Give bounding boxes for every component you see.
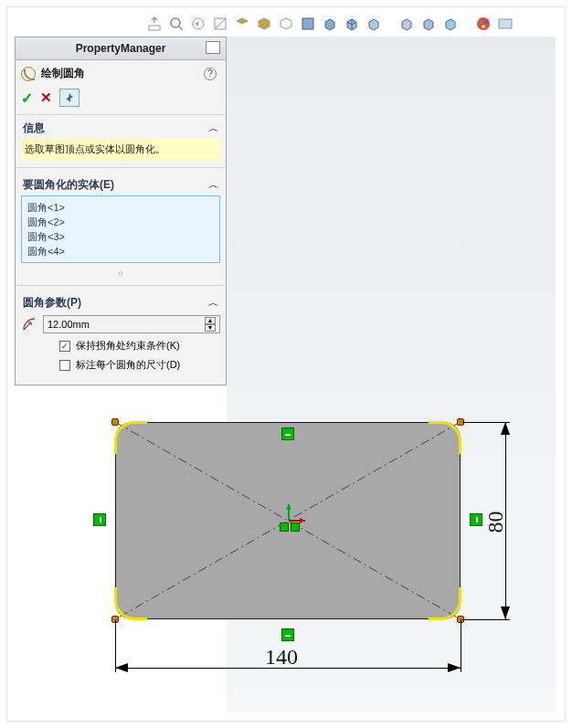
entities-selection-box[interactable]: 圆角<1> 圆角<2> 圆角<3> 圆角<4> (21, 195, 220, 263)
appearance-icon[interactable] (475, 16, 492, 32)
info-section-header[interactable]: 信息 ︿ (16, 115, 226, 139)
ext-line (461, 619, 461, 672)
sketch-rectangle[interactable] (115, 422, 461, 619)
cube3-icon[interactable] (344, 16, 360, 32)
cube5-icon[interactable] (398, 16, 415, 32)
params-header-label: 圆角参数(P) (23, 295, 81, 311)
horizontal-constraint-icon[interactable] (281, 427, 294, 440)
sketch-origin-triad[interactable] (270, 502, 307, 539)
vertical-constraint-icon[interactable] (470, 513, 482, 526)
pushpin-button[interactable] (59, 89, 79, 107)
zoom-area-icon[interactable] (168, 16, 185, 32)
coincident-constraint-icon[interactable] (280, 522, 289, 532)
svg-rect-3 (302, 18, 313, 29)
svg-rect-8 (499, 19, 512, 28)
keep-constraints-label: 保持拐角处约束条件(K) (76, 339, 180, 353)
ext-line (115, 619, 116, 672)
ext-line (462, 422, 510, 423)
entity-item[interactable]: 圆角<3> (27, 229, 214, 244)
info-header-label: 信息 (23, 121, 45, 136)
dim-each-label: 标注每个圆角的尺寸(D) (76, 358, 180, 372)
radius-spinner[interactable]: ▲▼ (205, 317, 216, 332)
dim-each-row[interactable]: 标注每个圆角的尺寸(D) (16, 354, 226, 385)
radius-icon (21, 316, 37, 332)
cube6-icon[interactable] (420, 16, 437, 32)
svg-point-5 (479, 20, 482, 24)
radius-value: 12.00mm (48, 319, 90, 330)
zoom-fit-icon[interactable] (146, 16, 163, 32)
svg-marker-12 (300, 518, 305, 523)
entity-item[interactable]: 圆角<4> (27, 244, 214, 258)
cube7-icon[interactable] (442, 16, 459, 32)
hide-show-icon[interactable] (278, 16, 294, 32)
prev-view-icon[interactable] (190, 16, 207, 32)
arrow-icon (448, 663, 461, 672)
chevron-up-icon: ︿ (208, 121, 218, 135)
vertical-constraint-icon[interactable] (93, 513, 106, 526)
info-message: 选取草图顶点或实体以圆角化。 (21, 139, 220, 160)
radius-input[interactable]: 12.00mm ▲▼ (43, 315, 220, 333)
chevron-up-icon: ︿ (208, 296, 218, 310)
property-manager-panel: PropertyManager 绘制圆角 ? ✓ ✕ 信息 ︿ 选取草图顶点或实… (15, 37, 227, 385)
entity-item[interactable]: 圆角<1> (27, 200, 214, 215)
pm-title: PropertyManager (76, 42, 166, 55)
svg-point-7 (482, 25, 485, 28)
svg-point-1 (171, 18, 180, 27)
section-view-icon[interactable] (212, 16, 228, 32)
arrow-icon (501, 607, 510, 619)
cube4-icon[interactable] (365, 16, 382, 32)
pm-title-bar: PropertyManager (16, 37, 226, 60)
keep-constraints-checkbox[interactable]: ✓ (59, 341, 70, 352)
coincident-constraint-icon[interactable] (291, 522, 300, 532)
horizontal-constraint-icon[interactable] (281, 628, 294, 641)
entity-item[interactable]: 圆角<2> (27, 215, 214, 229)
keep-constraints-row[interactable]: ✓ 保持拐角处约束条件(K) (16, 335, 226, 354)
sketch-point[interactable] (111, 418, 119, 426)
display-style-icon[interactable] (256, 16, 272, 32)
chevron-up-icon: ︿ (208, 178, 218, 192)
radius-row: 12.00mm ▲▼ (16, 313, 226, 335)
params-section-header[interactable]: 圆角参数(P) ︿ (16, 290, 226, 313)
view-toolbar (146, 13, 554, 35)
entities-section-header[interactable]: 要圆角化的实体(E) ︿ (16, 172, 226, 195)
dim-each-checkbox[interactable] (59, 360, 70, 371)
view-orient-icon[interactable] (234, 16, 250, 32)
ok-button[interactable]: ✓ (21, 90, 33, 107)
feature-title: 绘制圆角 (41, 66, 85, 81)
height-dimension[interactable]: 80 (483, 512, 508, 533)
entities-header-label: 要圆角化的实体(E) (23, 177, 114, 193)
arrow-icon (501, 422, 510, 435)
pm-actions: ✓ ✕ (16, 85, 226, 115)
sketch-fillet-icon (21, 67, 36, 81)
arrow-icon (115, 663, 128, 672)
svg-point-6 (484, 20, 488, 24)
pm-pin-icon[interactable] (206, 41, 220, 54)
feature-title-row: 绘制圆角 ? (16, 60, 226, 85)
width-dimension[interactable]: 140 (265, 645, 298, 670)
cube2-icon[interactable] (322, 16, 338, 32)
cube1-icon[interactable] (300, 16, 316, 32)
svg-marker-14 (286, 504, 291, 510)
ext-line (462, 619, 510, 620)
cancel-button[interactable]: ✕ (40, 90, 52, 106)
svg-rect-0 (149, 26, 160, 30)
scene-icon[interactable] (497, 16, 514, 32)
help-icon[interactable]: ? (204, 68, 217, 80)
